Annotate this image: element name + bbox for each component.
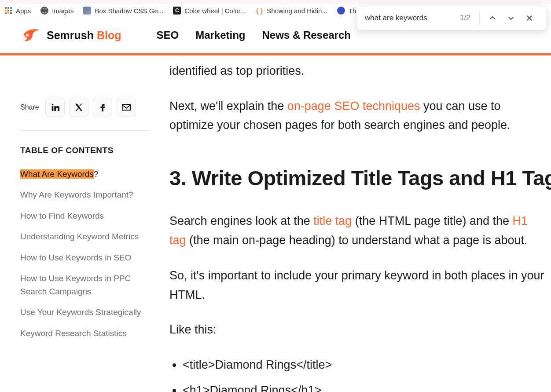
globe-icon [40, 7, 48, 15]
bookmark-label: Showing and Hidin... [267, 7, 327, 15]
bookmark-colorwheel[interactable]: C Color wheel | Color... [173, 7, 246, 15]
nav-news[interactable]: News & Research [262, 29, 351, 41]
nav-seo[interactable]: SEO [156, 29, 179, 41]
find-in-page-bar: 1/2 [356, 6, 547, 30]
list-item: <h1>Diamond Rings</h1> [183, 381, 546, 392]
link-onpage-seo[interactable]: on-page SEO techniques [287, 99, 420, 113]
svg-point-3 [26, 34, 29, 37]
link-title-tag[interactable]: title tag [313, 214, 352, 227]
primary-nav: SEO Marketing News & Research [156, 29, 350, 41]
bookmark-boxshadow[interactable]: Box Shadow CSS Ge... [83, 7, 163, 15]
toc-item[interactable]: Use Your Keywords Strategically [20, 306, 150, 319]
toc-item[interactable]: How to Find Keywords [20, 209, 150, 222]
blog-word: Blog [97, 29, 121, 41]
svg-rect-4 [122, 105, 130, 110]
facebook-icon [98, 103, 107, 112]
braces-icon: { } [255, 7, 263, 15]
code-example-list: <title>Diamond Rings</title> <h1>Diamond… [169, 355, 546, 392]
nav-marketing[interactable]: Marketing [195, 29, 245, 41]
x-icon [74, 103, 84, 112]
section-heading: 3. Write Optimized Title Tags and H1 Tag… [169, 161, 546, 195]
share-label: Share [20, 103, 39, 111]
apps-grid-icon [4, 7, 12, 15]
share-x-button[interactable] [69, 98, 88, 117]
toc-item-active[interactable]: What Are Keywords? [20, 168, 150, 180]
drop-icon [337, 7, 345, 15]
email-icon [121, 103, 131, 112]
brand-name: Semrush [47, 29, 94, 41]
toc-item[interactable]: Why Are Keywords Important? [20, 188, 150, 201]
share-linkedin-button[interactable] [45, 98, 65, 117]
favicon-icon: C [173, 7, 181, 15]
article-body: identified as top priorities. Next, we'l… [150, 55, 546, 392]
paragraph-fragment: identified as top priorities. [169, 62, 546, 81]
logo[interactable]: Semrush Blog [19, 28, 121, 43]
sidebar: Share TABLE OF CONTENTS What Are Keyword… [20, 55, 150, 392]
bookmark-apps[interactable]: Apps [4, 7, 31, 15]
share-email-button[interactable] [117, 98, 136, 117]
toc-title: TABLE OF CONTENTS [20, 146, 150, 155]
bookmark-label: Box Shadow CSS Ge... [95, 7, 163, 15]
toc-item[interactable]: How to Use Keywords in SEO [20, 251, 150, 264]
table-of-contents: What Are Keywords? Why Are Keywords Impo… [20, 168, 150, 340]
list-item: <title>Diamond Rings</title> [183, 355, 546, 375]
find-input[interactable] [365, 14, 457, 22]
find-prev-button[interactable] [489, 14, 496, 22]
toc-item[interactable]: Keyword Research Statistics [20, 327, 150, 340]
paragraph: So, it's important to include your prima… [169, 266, 546, 304]
bookmark-label: Color wheel | Color... [184, 7, 246, 15]
divider [20, 130, 150, 131]
toc-highlight: What Are Keywords [20, 169, 94, 179]
find-count: 1/2 [460, 11, 480, 25]
toc-item[interactable]: How to Use Keywords in PPC Search Campai… [20, 272, 150, 298]
share-facebook-button[interactable] [93, 98, 112, 117]
find-next-button[interactable] [507, 14, 515, 22]
share-row: Share [20, 98, 150, 117]
bookmark-label: Apps [16, 7, 31, 15]
favicon-icon [83, 7, 91, 15]
reading-progress-bar [0, 53, 507, 55]
bookmark-label: Images [52, 7, 73, 15]
toc-item[interactable]: Understanding Keyword Metrics [20, 230, 150, 243]
bookmark-showhide[interactable]: { } Showing and Hidin... [255, 7, 327, 15]
paragraph: Search engines look at the title tag (th… [169, 212, 546, 250]
find-close-button[interactable] [525, 14, 533, 22]
linkedin-icon [50, 103, 60, 112]
bookmark-images[interactable]: Images [40, 7, 73, 15]
paragraph: Next, we'll explain the on-page SEO tech… [169, 97, 546, 135]
semrush-flame-icon [19, 28, 40, 43]
paragraph: Like this: [169, 320, 546, 340]
